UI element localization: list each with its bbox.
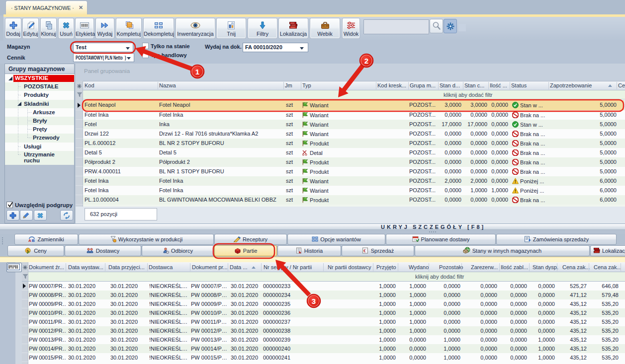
svg-text:A: A [28, 238, 31, 242]
svg-text:€: € [363, 248, 366, 253]
svg-text:B: B [32, 238, 35, 242]
